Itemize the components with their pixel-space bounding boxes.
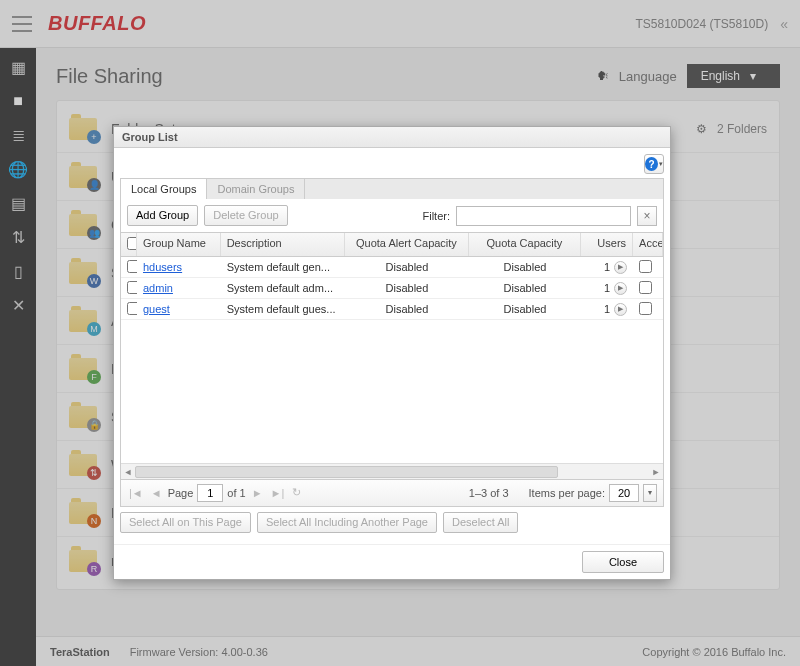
group-tabs: Local Groups Domain Groups [120,178,664,199]
access-checkbox[interactable] [639,281,652,294]
scroll-thumb[interactable] [135,466,558,478]
filter-clear-button[interactable]: × [637,206,657,226]
col-access[interactable]: Access [633,233,663,256]
cell-quota-alert: Disabled [345,301,469,317]
horizontal-scrollbar[interactable]: ◄ ► [121,463,663,479]
grid-body: hdusersSystem default gen...DisabledDisa… [121,257,663,463]
group-name-link[interactable]: admin [143,282,173,294]
ipp-input[interactable] [609,484,639,502]
ipp-dropdown-icon[interactable]: ▾ [643,484,657,502]
pager-of-label: of 1 [227,487,245,499]
pager-prev-icon[interactable]: ◄ [149,487,164,499]
row-checkbox[interactable] [127,302,137,315]
cell-quota-capacity: Disabled [469,280,582,296]
help-button[interactable]: ?▾ [644,154,664,174]
pager-page-label: Page [168,487,194,499]
cell-description: System default gues... [221,301,346,317]
pager-refresh-icon[interactable]: ↻ [290,486,303,499]
cell-quota-capacity: Disabled [469,259,582,275]
select-all-checkbox[interactable] [127,237,137,250]
table-row[interactable]: adminSystem default adm...DisabledDisabl… [121,278,663,299]
table-row[interactable]: hdusersSystem default gen...DisabledDisa… [121,257,663,278]
scroll-right-icon[interactable]: ► [649,464,663,480]
pager-next-icon[interactable]: ► [250,487,265,499]
col-quota-alert[interactable]: Quota Alert Capacity [345,233,469,256]
filter-input[interactable] [456,206,631,226]
pager: |◄ ◄ Page of 1 ► ►| ↻ 1–3 of 3 Items per… [120,480,664,507]
cell-description: System default adm... [221,280,346,296]
selection-row: Select All on This Page Select All Inclu… [120,507,664,538]
users-expand-icon[interactable]: ▶ [614,261,627,274]
cell-quota-alert: Disabled [345,280,469,296]
pager-page-input[interactable] [197,484,223,502]
cell-quota-capacity: Disabled [469,301,582,317]
cell-description: System default gen... [221,259,346,275]
cell-users-count: 1 [604,303,610,315]
col-description[interactable]: Description [221,233,346,256]
col-users[interactable]: Users [581,233,633,256]
cell-users-count: 1 [604,282,610,294]
users-expand-icon[interactable]: ▶ [614,282,627,295]
close-button[interactable]: Close [582,551,664,573]
group-grid: Group Name Description Quota Alert Capac… [120,233,664,480]
col-quota-capacity[interactable]: Quota Capacity [469,233,582,256]
pager-first-icon[interactable]: |◄ [127,487,145,499]
tab-local-groups[interactable]: Local Groups [121,179,207,199]
pager-last-icon[interactable]: ►| [269,487,287,499]
col-group-name[interactable]: Group Name [137,233,221,256]
group-list-modal: Group List ?▾ Local Groups Domain Groups… [113,126,671,580]
ipp-label: Items per page: [529,487,605,499]
deselect-all-button[interactable]: Deselect All [443,512,518,533]
group-name-link[interactable]: hdusers [143,261,182,273]
users-expand-icon[interactable]: ▶ [614,303,627,316]
add-group-button[interactable]: Add Group [127,205,198,226]
tab-domain-groups[interactable]: Domain Groups [207,179,305,199]
pager-range: 1–3 of 3 [469,487,509,499]
table-row[interactable]: guestSystem default gues...DisabledDisab… [121,299,663,320]
delete-group-button[interactable]: Delete Group [204,205,287,226]
row-checkbox[interactable] [127,281,137,294]
select-all-pages-button[interactable]: Select All Including Another Page [257,512,437,533]
access-checkbox[interactable] [639,302,652,315]
row-checkbox[interactable] [127,260,137,273]
scroll-left-icon[interactable]: ◄ [121,464,135,480]
cell-users-count: 1 [604,261,610,273]
group-name-link[interactable]: guest [143,303,170,315]
cell-quota-alert: Disabled [345,259,469,275]
grid-header: Group Name Description Quota Alert Capac… [121,233,663,257]
help-icon: ? [645,157,658,171]
access-checkbox[interactable] [639,260,652,273]
select-all-page-button[interactable]: Select All on This Page [120,512,251,533]
group-toolbar: Add Group Delete Group Filter: × [120,199,664,233]
filter-label: Filter: [423,210,451,222]
modal-title: Group List [114,127,670,148]
